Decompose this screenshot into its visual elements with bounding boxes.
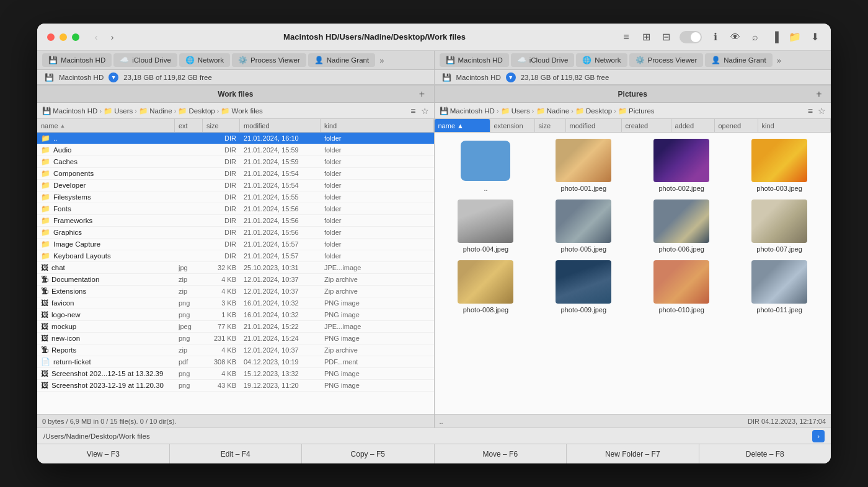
bc-desktop[interactable]: 📁 Desktop xyxy=(178,107,215,115)
rbc-pictures[interactable]: 📁 Pictures xyxy=(618,107,655,115)
pic-item[interactable]: photo-007.jpeg xyxy=(734,200,825,253)
file-row[interactable]: 🖼 logo-new png 1 KB 16.01.2024, 10:32 PN… xyxy=(37,309,434,321)
func-btn-edit-–-f4[interactable]: Edit – F4 xyxy=(170,444,303,463)
list-view-icon[interactable]: ≡ xyxy=(620,31,632,43)
arrange-icon[interactable]: ⊟ xyxy=(660,31,672,43)
tab-processviewer-right[interactable]: ⚙️ Process Viewer xyxy=(629,53,704,67)
rcol-size[interactable]: size xyxy=(535,119,566,132)
rbc-macintosh[interactable]: 💾 Macintosh HD xyxy=(440,107,495,115)
file-row[interactable]: 🖼 Screenshot 2023-12-19 at 11.20.30 png … xyxy=(37,380,434,392)
minimize-button[interactable] xyxy=(60,33,67,41)
bc-star-icon[interactable]: ☆ xyxy=(421,106,429,116)
toggle-switch[interactable] xyxy=(680,31,702,43)
rcol-kind[interactable]: kind xyxy=(758,119,831,132)
file-row[interactable]: 📁 Graphics DIR 21.01.2024, 15:56 folder xyxy=(37,227,434,239)
left-pane-add-btn[interactable]: + xyxy=(417,89,428,100)
rcol-added[interactable]: added xyxy=(671,119,715,132)
maximize-button[interactable] xyxy=(72,33,79,41)
tab-processviewer-left[interactable]: ⚙️ Process Viewer xyxy=(232,53,306,67)
file-row[interactable]: 🖼 favicon png 3 KB 16.01.2024, 10:32 PNG… xyxy=(37,297,434,309)
back-arrow[interactable]: ‹ xyxy=(89,30,103,44)
split-icon[interactable]: ▐ xyxy=(769,31,781,43)
binoculars-icon[interactable]: ⌕ xyxy=(749,31,761,43)
bc-list-icon[interactable]: ≡ xyxy=(410,106,415,116)
right-pane-add-btn[interactable]: + xyxy=(813,89,825,100)
storage-chevron-left[interactable]: ▼ xyxy=(108,72,118,82)
col-ext[interactable]: ext xyxy=(175,119,203,132)
pic-item[interactable]: photo-001.jpeg xyxy=(538,139,629,192)
more-tabs-right[interactable]: » xyxy=(777,56,781,65)
col-modified[interactable]: modified xyxy=(240,119,321,132)
func-btn-copy-–-f5[interactable]: Copy – F5 xyxy=(302,444,435,463)
rcol-ext[interactable]: extension xyxy=(490,119,535,132)
tab-icloud-right[interactable]: ☁️ iCloud Drive xyxy=(511,53,575,67)
file-row[interactable]: 🖼 mockup jpeg 77 KB 21.01.2024, 15:22 JP… xyxy=(37,321,434,333)
path-chevron[interactable]: › xyxy=(812,430,825,442)
left-file-list[interactable]: 📁 .. DIR 21.01.2024, 16:10 folder 📁 Audi… xyxy=(37,133,434,414)
tab-user-right[interactable]: 👤 Nadine Grant xyxy=(705,53,772,67)
pic-item[interactable]: photo-008.jpeg xyxy=(441,260,531,314)
func-btn-delete-–-f8[interactable]: Delete – F8 xyxy=(699,444,831,463)
preview-icon[interactable]: 👁 xyxy=(729,31,742,43)
tab-macintosh-hd-left[interactable]: 💾 Macintosh HD xyxy=(42,53,112,67)
tab-user-left[interactable]: 👤 Nadine Grant xyxy=(308,53,375,67)
file-row[interactable]: 📁 .. DIR 21.01.2024, 16:10 folder xyxy=(37,133,434,144)
bc-nadine[interactable]: 📁 Nadine xyxy=(139,107,172,115)
pic-item[interactable]: photo-010.jpeg xyxy=(636,260,727,314)
file-row[interactable]: 📁 Fonts DIR 21.01.2024, 15:56 folder xyxy=(37,203,434,215)
bc-workfiles[interactable]: 📁 Work files xyxy=(221,107,262,115)
rbc-nadine[interactable]: 📁 Nadine xyxy=(536,107,570,115)
folder-icon[interactable]: 📁 xyxy=(789,31,801,43)
tab-icloud-left[interactable]: ☁️ iCloud Drive xyxy=(113,53,177,67)
tab-network-right[interactable]: 🌐 Network xyxy=(576,53,627,67)
file-row[interactable]: 📁 Developer DIR 21.01.2024, 15:54 folder xyxy=(37,180,434,191)
rcol-name[interactable]: name ▲ xyxy=(435,119,490,132)
pic-item[interactable]: photo-005.jpeg xyxy=(538,200,629,253)
download-icon[interactable]: ⬇ xyxy=(808,31,821,43)
file-row[interactable]: 📁 Image Capture DIR 21.01.2024, 15:57 fo… xyxy=(37,239,434,250)
forward-arrow[interactable]: › xyxy=(105,30,119,44)
file-row[interactable]: 🖼 new-icon png 231 KB 21.01.2024, 15:24 … xyxy=(37,333,434,344)
col-size[interactable]: size xyxy=(203,119,240,132)
right-pic-grid[interactable]: .. photo-001.jpeg photo-002.jpeg photo-0… xyxy=(435,133,831,414)
file-row[interactable]: 📁 Caches DIR 21.01.2024, 15:59 folder xyxy=(37,156,434,168)
rbc-desktop[interactable]: 📁 Desktop xyxy=(575,107,612,115)
file-row[interactable]: 🖼 chat jpg 32 KB 25.10.2023, 10:31 JPE..… xyxy=(37,262,434,274)
close-button[interactable] xyxy=(47,33,55,41)
tab-network-left[interactable]: 🌐 Network xyxy=(179,53,230,67)
bc-users[interactable]: 📁 Users xyxy=(104,107,133,115)
file-row[interactable]: 📁 Filesystems DIR 21.01.2024, 15:55 fold… xyxy=(37,191,434,203)
col-kind[interactable]: kind xyxy=(321,119,434,132)
pic-item[interactable]: photo-006.jpeg xyxy=(636,200,727,253)
storage-chevron-right[interactable]: ▼ xyxy=(506,72,516,82)
pic-item[interactable]: photo-003.jpeg xyxy=(734,139,825,192)
col-name[interactable]: name ▲ xyxy=(37,119,175,132)
file-row[interactable]: 🗜 Reports zip 4 KB 12.01.2024, 10:37 Zip… xyxy=(37,344,434,356)
info-icon[interactable]: ℹ xyxy=(709,31,722,43)
file-row[interactable]: 🗜 Extensions zip 4 KB 12.01.2024, 10:37 … xyxy=(37,286,434,297)
file-row[interactable]: 📁 Components DIR 21.01.2024, 15:54 folde… xyxy=(37,168,434,180)
file-row[interactable]: 🗜 Documentation zip 4 KB 12.01.2024, 10:… xyxy=(37,274,434,286)
pic-item[interactable]: photo-011.jpeg xyxy=(734,260,825,314)
pic-item[interactable]: photo-002.jpeg xyxy=(636,139,727,192)
rbc-star-icon[interactable]: ☆ xyxy=(818,106,826,116)
bc-macintosh[interactable]: 💾 Macintosh HD xyxy=(42,107,97,115)
file-row[interactable]: 📁 Keyboard Layouts DIR 21.01.2024, 15:57… xyxy=(37,250,434,262)
tab-macintosh-hd-right[interactable]: 💾 Macintosh HD xyxy=(440,53,509,67)
file-row[interactable]: 📄 return-ticket pdf 308 KB 04.12.2023, 1… xyxy=(37,356,434,368)
rcol-modified[interactable]: modified xyxy=(566,119,622,132)
file-row[interactable]: 📁 Frameworks DIR 21.01.2024, 15:56 folde… xyxy=(37,215,434,227)
pic-item[interactable]: photo-009.jpeg xyxy=(538,260,629,314)
func-btn-new-folder-–-f7[interactable]: New Folder – F7 xyxy=(567,444,699,463)
pic-item[interactable]: .. xyxy=(441,139,531,192)
rbc-list-icon[interactable]: ≡ xyxy=(808,106,813,116)
pic-item[interactable]: photo-004.jpeg xyxy=(441,200,531,253)
rbc-users[interactable]: 📁 Users xyxy=(501,107,530,115)
func-btn-move-–-f6[interactable]: Move – F6 xyxy=(435,444,567,463)
rcol-created[interactable]: created xyxy=(622,119,671,132)
rcol-opened[interactable]: opened xyxy=(715,119,758,132)
grid-view-icon[interactable]: ⊞ xyxy=(640,31,652,43)
func-btn-view-–-f3[interactable]: View – F3 xyxy=(37,444,170,463)
more-tabs-left[interactable]: » xyxy=(379,56,384,65)
file-row[interactable]: 🖼 Screenshot 202...12-15 at 13.32.39 png… xyxy=(37,368,434,380)
